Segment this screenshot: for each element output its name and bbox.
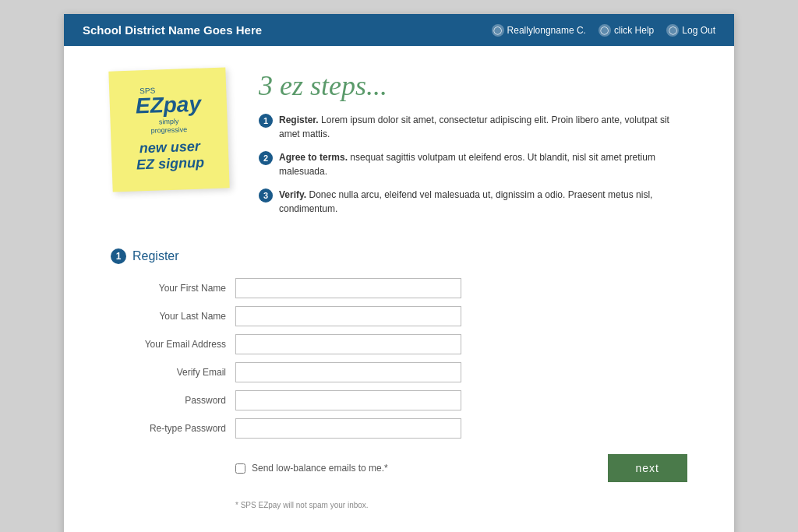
step-text: Register. Lorem ipsum dolor sit amet, co…: [279, 113, 687, 141]
form-section-number: 1: [111, 248, 126, 264]
form-label-password: Password: [111, 395, 235, 406]
form-input-first-name[interactable]: [235, 278, 461, 298]
step-text: Verify. Donec nulla arcu, eleifend vel m…: [279, 188, 687, 216]
header-title: School District Name Goes Here: [83, 23, 262, 37]
form-row: Password: [111, 390, 687, 410]
form-section: 1 Register Your First Name Your Last Nam…: [111, 248, 687, 509]
step-number: 1: [259, 114, 273, 128]
steps-heading: 3 ez steps...: [259, 69, 687, 102]
header-nav: ◯ Reallylongname C. ◯ click Help ◯ Log O…: [492, 24, 715, 37]
header: School District Name Goes Here ◯ Reallyl…: [64, 14, 734, 46]
form-input-retype-password[interactable]: [235, 418, 461, 439]
user-nav-item[interactable]: ◯ Reallylongname C.: [492, 24, 586, 37]
form-label-first-name: Your First Name: [111, 283, 235, 294]
step-item: 3 Verify. Donec nulla arcu, eleifend vel…: [259, 188, 687, 216]
steps-description: 3 ez steps... 1 Register. Lorem ipsum do…: [259, 69, 687, 225]
checkbox-area: Send low-balance emails to me.*: [235, 463, 608, 474]
help-label: click Help: [614, 25, 654, 36]
form-section-label: Register: [132, 249, 179, 263]
step-number: 2: [259, 151, 273, 165]
form-input-last-name[interactable]: [235, 306, 461, 326]
low-balance-checkbox[interactable]: [235, 463, 245, 474]
form-input-email[interactable]: [235, 334, 461, 354]
form-label-email: Your Email Address: [111, 339, 235, 350]
sticky-sub: simply progressive: [150, 117, 187, 135]
steps-container: 1 Register. Lorem ipsum dolor sit amet, …: [259, 113, 687, 216]
logout-nav-item[interactable]: ◯ Log Out: [666, 24, 715, 37]
form-row: Your Last Name: [111, 306, 687, 326]
help-nav-item[interactable]: ◯ click Help: [598, 24, 654, 37]
form-label-verify-email: Verify Email: [111, 367, 235, 378]
checkbox-row: Send low-balance emails to me.* next: [111, 454, 687, 482]
top-section: SPS EZpay simply progressive new user EZ…: [111, 69, 687, 225]
form-row: Verify Email: [111, 362, 687, 382]
spam-notice: * SPS EZpay will not spam your inbox.: [235, 501, 687, 509]
logout-label: Log Out: [682, 25, 715, 36]
sticky-brand: SPS EZpay: [135, 86, 201, 118]
form-row: Re-type Password: [111, 418, 687, 439]
sticky-sub2: simply: [159, 118, 179, 126]
step-item: 2 Agree to terms. nsequat sagittis volut…: [259, 150, 687, 178]
form-row: Your First Name: [111, 278, 687, 298]
sticky-line1: new user: [139, 138, 200, 156]
form-section-title: 1 Register: [111, 248, 687, 264]
form-row: Your Email Address: [111, 334, 687, 354]
sticky-main: new user EZ signup: [136, 138, 204, 174]
logout-icon: ◯: [666, 24, 679, 37]
next-button[interactable]: next: [608, 454, 687, 482]
sticky-sub3: progressive: [151, 125, 188, 135]
form-label-retype-password: Re-type Password: [111, 423, 235, 434]
step-number: 3: [259, 188, 273, 203]
checkbox-label: Send low-balance emails to me.*: [252, 463, 388, 474]
form-label-last-name: Your Last Name: [111, 311, 235, 322]
user-name: Reallylongname C.: [507, 25, 586, 36]
user-icon: ◯: [492, 24, 504, 37]
sticky-note: SPS EZpay simply progressive new user EZ…: [108, 67, 229, 192]
form-input-verify-email[interactable]: [235, 362, 461, 382]
help-icon: ◯: [598, 24, 611, 37]
step-item: 1 Register. Lorem ipsum dolor sit amet, …: [259, 113, 687, 141]
step-text: Agree to terms. nsequat sagittis volutpa…: [279, 150, 687, 178]
sticky-line2: EZ signup: [136, 155, 205, 173]
form-input-password[interactable]: [235, 390, 461, 410]
form-fields-container: Your First Name Your Last Name Your Emai…: [111, 278, 687, 439]
main-content: SPS EZpay simply progressive new user EZ…: [64, 46, 734, 532]
sticky-brand-text: EZpay: [135, 92, 201, 118]
